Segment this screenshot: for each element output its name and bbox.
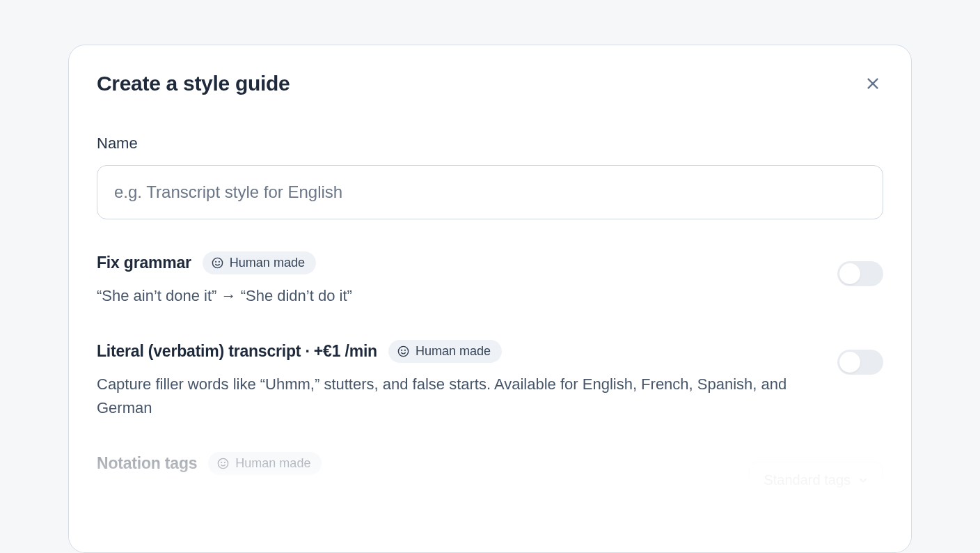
svg-point-9 xyxy=(221,462,222,463)
literal-toggle[interactable] xyxy=(837,350,883,375)
svg-point-2 xyxy=(212,258,222,267)
badge-label: Human made xyxy=(235,456,310,471)
human-made-badge: Human made xyxy=(388,340,502,363)
literal-title: Literal (verbatim) transcript · +€1 /min xyxy=(97,342,377,361)
create-style-guide-modal: Create a style guide Name Fix grammar xyxy=(68,45,912,553)
close-icon xyxy=(865,76,880,91)
name-input[interactable] xyxy=(97,165,883,219)
modal-title: Create a style guide xyxy=(97,72,290,95)
fix-grammar-option: Fix grammar Human made “She ain’t done i… xyxy=(97,251,883,308)
close-button[interactable] xyxy=(862,73,883,94)
svg-point-6 xyxy=(402,350,402,351)
svg-point-8 xyxy=(219,459,228,469)
svg-point-3 xyxy=(216,262,216,263)
svg-point-4 xyxy=(219,262,219,263)
name-label: Name xyxy=(97,134,883,153)
literal-description: Capture filler words like “Uhmm,” stutte… xyxy=(97,373,793,420)
svg-point-5 xyxy=(398,346,408,356)
svg-point-7 xyxy=(404,350,405,351)
option-header: Literal (verbatim) transcript · +€1 /min… xyxy=(97,340,793,363)
name-field-group: Name xyxy=(97,134,883,219)
option-content: Literal (verbatim) transcript · +€1 /min… xyxy=(97,340,793,420)
fix-grammar-description: “She ain’t done it” → “She didn’t do it” xyxy=(97,284,793,308)
human-made-badge: Human made xyxy=(208,452,322,475)
option-content: Notation tags Human made xyxy=(97,452,749,485)
modal-header: Create a style guide xyxy=(97,72,883,95)
toggle-thumb xyxy=(839,352,860,373)
fix-grammar-title: Fix grammar xyxy=(97,254,191,272)
notation-tags-option: Notation tags Human made Standard tags xyxy=(97,452,883,499)
literal-transcript-option: Literal (verbatim) transcript · +€1 /min… xyxy=(97,340,883,420)
option-header: Notation tags Human made xyxy=(97,452,749,475)
toggle-thumb xyxy=(839,263,860,284)
notation-title: Notation tags xyxy=(97,454,197,473)
badge-label: Human made xyxy=(230,256,305,270)
badge-label: Human made xyxy=(416,344,491,359)
dropdown-value: Standard tags xyxy=(764,472,851,488)
smiley-icon xyxy=(397,345,410,358)
option-content: Fix grammar Human made “She ain’t done i… xyxy=(97,251,793,308)
fix-grammar-toggle[interactable] xyxy=(837,261,883,286)
chevron-down-icon xyxy=(858,475,869,486)
smiley-icon xyxy=(211,256,224,270)
notation-dropdown[interactable]: Standard tags xyxy=(749,462,883,499)
human-made-badge: Human made xyxy=(203,251,316,274)
option-header: Fix grammar Human made xyxy=(97,251,793,274)
smiley-icon xyxy=(216,457,230,470)
svg-point-10 xyxy=(225,462,226,463)
